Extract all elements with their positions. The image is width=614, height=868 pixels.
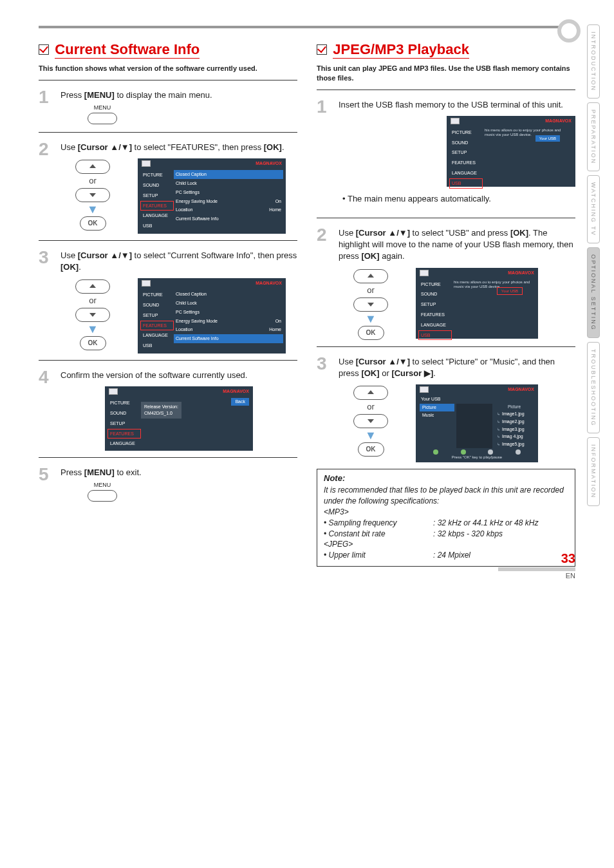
left-step-4: 4 Confirm the version of the software cu… (39, 370, 297, 451)
note-heading: Note: (324, 473, 568, 483)
menu-row: LocationHome (174, 205, 283, 214)
menu-button-label: MENU (80, 482, 125, 489)
menu-button-graphic: MENU (80, 482, 125, 502)
side-row-hl: USB (449, 178, 483, 189)
side-row: LANGUAGE (449, 168, 483, 178)
side-row: SOUND (107, 408, 141, 419)
cursor-down-icon (353, 414, 388, 428)
menu-row: Current Software Info (174, 214, 283, 223)
doc-icon (142, 280, 151, 287)
key-ok: [OK] (60, 262, 79, 272)
doc-icon (451, 118, 460, 124)
flow-arrow-icon: ▼ (60, 323, 125, 335)
note-mp3-label: <MP3> (324, 507, 568, 518)
or-label: or (60, 175, 125, 187)
fb-left-row: Music (420, 411, 454, 419)
side-row-hl: FEATURES (140, 321, 174, 331)
check-icon (317, 44, 327, 55)
fb-file-row: ↳Image1.jpg (494, 410, 534, 418)
step-body: Use [Cursor ▲/▼] to select "FEATURES", t… (60, 142, 297, 234)
key-ok: [OK] (361, 251, 379, 261)
title-jpeg-mp3-playback: JPEG/MP3 Playback (333, 41, 469, 59)
tick-icon: ↳ (497, 412, 500, 416)
divider (39, 80, 297, 80)
text: . (79, 262, 81, 272)
title-current-software-info: Current Software Info (55, 41, 200, 59)
usb-tag: Your USB (535, 135, 560, 142)
cursor-down-icon (75, 308, 110, 322)
doc-icon (420, 270, 429, 276)
left-step-2: 2 Use [Cursor ▲/▼] to select "FEATURES",… (39, 142, 297, 234)
spec-row: • Sampling frequency: 32 kHz or 44.1 kHz… (324, 518, 568, 529)
step-body: Confirm the version of the software curr… (60, 370, 297, 451)
subtitle-left: This function shows what version of the … (39, 64, 297, 73)
menu-row: Child Lock (174, 299, 283, 308)
text: Use (339, 228, 356, 238)
side-row: USB (140, 341, 174, 351)
step-number: 2 (317, 227, 331, 340)
fb-file-row: ↳Image5.jpg (494, 440, 534, 448)
text: Insert the USB flash memory to the USB t… (339, 100, 563, 109)
step-body: Press [MENU] to exit. MENU (60, 467, 297, 503)
section-heading-left: Current Software Info (39, 41, 297, 61)
side-row: SOUND (140, 180, 174, 191)
menu-button-pill (88, 490, 117, 502)
divider (39, 240, 297, 241)
brand-label: MAGNAVOX (508, 270, 534, 276)
flow-arrow-icon: ▼ (60, 203, 125, 215)
ok-button-graphic: OK (358, 442, 384, 457)
menu-row: Energy Saving ModeOn (174, 317, 283, 326)
fb-file-row: ↳Image2.jpg (494, 418, 534, 426)
version-label: Release Version: (144, 404, 178, 410)
step-number: 4 (39, 370, 53, 451)
menu-row-hl: Closed Caption (174, 170, 283, 179)
tick-icon: ↳ (497, 442, 500, 446)
text: Use (339, 357, 356, 366)
side-row: SOUND (418, 289, 452, 299)
divider (39, 360, 297, 361)
text: Use (60, 142, 78, 152)
side-row: LANGUAGE (107, 439, 141, 449)
page-number: 33 (498, 551, 575, 566)
side-row: SETUP (140, 191, 174, 201)
usb-tag-hl: Your USB (497, 287, 523, 295)
key-cursor: [Cursor ▲/▼] (356, 228, 410, 238)
file-browser-screenshot: MAGNAVOX Your USB Picture Music (416, 384, 538, 462)
side-row: USB (107, 449, 141, 459)
key-menu: [MENU] (84, 90, 115, 100)
check-icon (39, 44, 49, 55)
menu-button-label: MENU (80, 105, 125, 111)
dpad-graphic: or ▼ OK (60, 278, 125, 350)
tv-menu-screenshot: MAGNAVOX Back PICTURE SOUND SETUP FEATUR… (105, 386, 253, 451)
text: or (380, 368, 392, 378)
text: to display the main menu. (115, 90, 212, 100)
step-number: 3 (317, 356, 331, 463)
back-label: Back (231, 398, 249, 406)
key-menu: [MENU] (84, 467, 115, 477)
subtitle-right: This unit can play JPEG and MP3 files. U… (317, 64, 575, 83)
sidebar-tabs: INTRODUCTION PREPARATION WATCHING TV OPT… (587, 24, 608, 510)
step-number: 5 (39, 467, 53, 503)
or-label: or (339, 401, 403, 413)
key-cursor-right: [Cursor ▶] (391, 368, 433, 378)
cursor-up-icon (353, 386, 388, 400)
dpad-graphic: or ▼ OK (60, 158, 125, 231)
menu-row: Energy Saving ModeOn (174, 197, 283, 206)
brand-label: MAGNAVOX (545, 118, 572, 124)
brand-label: MAGNAVOX (256, 280, 282, 287)
step-number: 3 (39, 250, 53, 354)
step-number: 1 (317, 99, 331, 211)
side-row: PICTURE (140, 170, 174, 180)
fb-file-row: ↳Image3.jpg (494, 426, 534, 433)
tick-icon: ↳ (497, 420, 500, 424)
side-row: SETUP (107, 419, 141, 429)
or-label: or (339, 285, 403, 296)
side-row: FEATURES (449, 158, 483, 168)
side-row: PICTURE (107, 398, 141, 408)
tv-menu-screenshot: MAGNAVOX Your USB PICTURE SOUND SETUP FE… (416, 268, 538, 339)
text: to select "FEATURES", then press (132, 142, 264, 152)
step-body: Press [MENU] to display the main menu. M… (60, 90, 297, 126)
tick-icon: ↳ (497, 428, 500, 431)
dot-icon (433, 449, 438, 455)
key-ok: [OK] (361, 368, 379, 378)
